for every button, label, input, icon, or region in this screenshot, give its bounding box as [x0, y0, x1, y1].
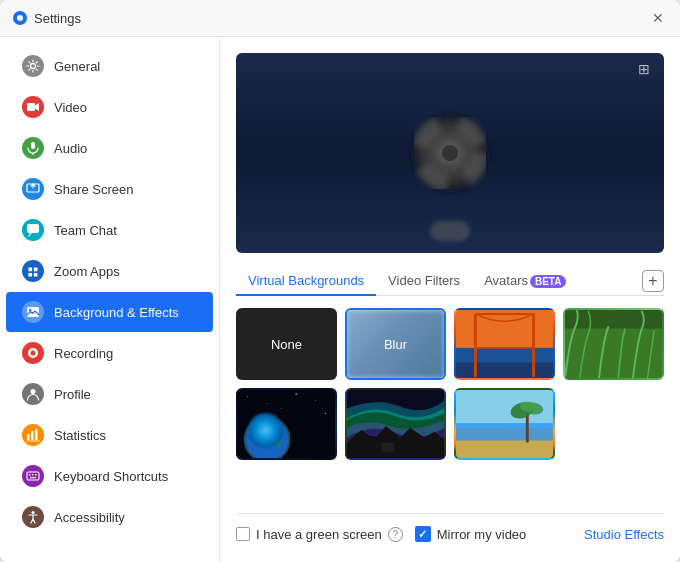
svg-rect-17	[27, 472, 39, 480]
tab-avatars[interactable]: AvatarsBETA	[472, 267, 578, 296]
backgrounds-grid: None Blur	[236, 308, 664, 460]
svg-rect-4	[31, 142, 35, 149]
sidebar: General Video	[0, 37, 220, 562]
svg-point-37	[315, 400, 316, 401]
svg-point-42	[269, 439, 281, 447]
add-background-button[interactable]: +	[642, 270, 664, 292]
general-icon	[22, 55, 44, 77]
mirror-video-checkbox[interactable]: ✓	[415, 526, 431, 542]
svg-rect-19	[32, 474, 34, 476]
green-screen-info-icon[interactable]: ?	[388, 527, 403, 542]
background-blur[interactable]: Blur	[345, 308, 446, 380]
svg-point-39	[325, 413, 326, 414]
tab-video-filters[interactable]: Video Filters	[376, 267, 472, 296]
zoom-apps-icon	[22, 260, 44, 282]
sidebar-item-team-chat[interactable]: Team Chat	[6, 210, 213, 250]
share-screen-label: Share Screen	[54, 182, 134, 197]
recording-label: Recording	[54, 346, 113, 361]
svg-rect-15	[35, 429, 38, 440]
bottom-bar: I have a green screen ? ✓ Mirror my vide…	[236, 513, 664, 546]
svg-point-1	[17, 15, 23, 21]
team-chat-label: Team Chat	[54, 223, 117, 238]
green-screen-checkbox[interactable]	[236, 527, 250, 541]
general-label: General	[54, 59, 100, 74]
share-screen-icon	[22, 178, 44, 200]
background-aurora[interactable]	[345, 388, 446, 460]
main-panel: ⊞	[220, 37, 680, 562]
mirror-video-wrap: ✓ Mirror my video	[415, 526, 527, 542]
svg-point-22	[32, 511, 35, 514]
svg-rect-13	[27, 434, 30, 440]
svg-point-36	[296, 393, 297, 394]
statistics-icon	[22, 424, 44, 446]
sidebar-item-background[interactable]: Background & Effects	[6, 292, 213, 332]
svg-point-41	[254, 425, 270, 435]
close-button[interactable]: ✕	[648, 8, 668, 28]
sidebar-item-general[interactable]: General	[6, 46, 213, 86]
green-screen-wrap: I have a green screen ?	[236, 527, 403, 542]
background-none[interactable]: None	[236, 308, 337, 380]
sidebar-item-statistics[interactable]: Statistics	[6, 415, 213, 455]
keyboard-icon	[22, 465, 44, 487]
accessibility-label: Accessibility	[54, 510, 125, 525]
svg-point-38	[281, 408, 282, 409]
title-bar: Settings ✕	[0, 0, 680, 37]
background-space[interactable]	[236, 388, 337, 460]
sidebar-item-audio[interactable]: Audio	[6, 128, 213, 168]
background-icon	[22, 301, 44, 323]
background-beach[interactable]	[454, 388, 555, 460]
app-icon	[12, 10, 28, 26]
background-label: Background & Effects	[54, 305, 179, 320]
video-icon	[22, 96, 44, 118]
svg-point-9	[29, 309, 31, 311]
sidebar-item-share-screen[interactable]: Share Screen	[6, 169, 213, 209]
svg-rect-14	[31, 431, 34, 440]
audio-icon	[22, 137, 44, 159]
background-bridge[interactable]	[454, 308, 555, 380]
team-chat-icon	[22, 219, 44, 241]
window-title: Settings	[34, 11, 81, 26]
svg-rect-28	[456, 362, 553, 378]
svg-rect-45	[381, 442, 395, 452]
profile-label: Profile	[54, 387, 91, 402]
sidebar-item-zoom-apps[interactable]: Zoom Apps	[6, 251, 213, 291]
zoom-apps-label: Zoom Apps	[54, 264, 120, 279]
green-screen-label: I have a green screen	[256, 527, 382, 542]
camera-fan-svg	[408, 111, 493, 196]
svg-rect-20	[35, 474, 37, 476]
accessibility-icon	[22, 506, 44, 528]
settings-window: Settings ✕ General	[0, 0, 680, 562]
sidebar-item-recording[interactable]: Recording	[6, 333, 213, 373]
audio-label: Audio	[54, 141, 87, 156]
svg-point-2	[31, 64, 36, 69]
sidebar-item-video[interactable]: Video	[6, 87, 213, 127]
svg-point-34	[247, 396, 248, 397]
recording-icon	[22, 342, 44, 364]
tab-virtual-backgrounds[interactable]: Virtual Backgrounds	[236, 267, 376, 296]
blur-label: Blur	[347, 310, 444, 378]
beta-badge: BETA	[530, 275, 566, 288]
svg-rect-7	[27, 224, 39, 233]
svg-rect-3	[27, 103, 35, 111]
sidebar-item-profile[interactable]: Profile	[6, 374, 213, 414]
svg-point-35	[267, 403, 268, 404]
screenshot-icon: ⊞	[638, 61, 656, 79]
svg-rect-48	[456, 423, 553, 440]
none-label: None	[271, 337, 302, 352]
main-content: General Video	[0, 37, 680, 562]
mirror-video-label: Mirror my video	[437, 527, 527, 542]
tabs-row: Virtual Backgrounds Video Filters Avatar…	[236, 267, 664, 296]
statistics-label: Statistics	[54, 428, 106, 443]
svg-point-52	[520, 402, 536, 412]
svg-rect-49	[526, 413, 529, 442]
svg-rect-8	[27, 307, 39, 317]
studio-effects-link[interactable]: Studio Effects	[584, 527, 664, 542]
svg-rect-21	[30, 477, 36, 478]
background-grass[interactable]	[563, 308, 664, 380]
svg-point-25	[442, 145, 458, 161]
title-bar-left: Settings	[12, 10, 81, 26]
sidebar-item-accessibility[interactable]: Accessibility	[6, 497, 213, 537]
video-preview: ⊞	[236, 53, 664, 253]
sidebar-item-keyboard[interactable]: Keyboard Shortcuts	[6, 456, 213, 496]
checkmark-icon: ✓	[418, 528, 427, 541]
